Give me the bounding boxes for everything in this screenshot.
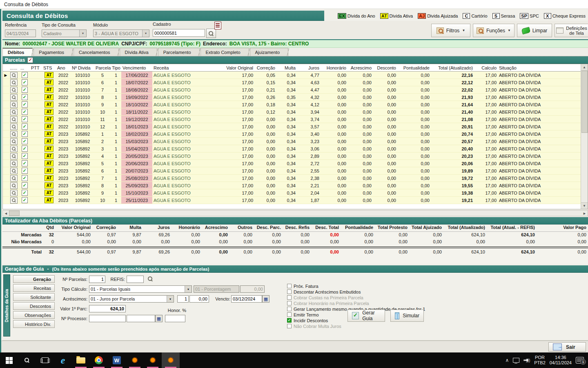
table-row[interactable]: ✓AT20231058926120/07/2023AGUA E ESGOTO17… bbox=[3, 167, 588, 175]
row-checkbox[interactable]: ✓ bbox=[22, 131, 28, 137]
guia-button-gera-o[interactable]: Geração bbox=[13, 275, 55, 283]
filtros-button[interactable]: Filtros ▼ bbox=[431, 24, 470, 37]
acrescimos-valor-input[interactable] bbox=[189, 295, 209, 303]
table-row[interactable]: ✓AT20221010106118/07/2022AGUA E ESGOTO17… bbox=[3, 79, 588, 86]
n-processo-data-input[interactable] bbox=[127, 315, 155, 322]
honor-input[interactable] bbox=[165, 315, 185, 322]
row-checkbox[interactable]: ✓ bbox=[22, 87, 28, 93]
word-icon[interactable]: W bbox=[108, 352, 126, 368]
grid-header-cell[interactable]: PTT bbox=[30, 64, 42, 71]
table-row[interactable]: ✓AT20231058927125/08/2023AGUA E ESGOTO17… bbox=[3, 175, 588, 182]
table-row[interactable]: ▶✓AT20221010105117/06/2022AGUA E ESGOTO1… bbox=[3, 72, 588, 79]
row-magnifier-button[interactable] bbox=[10, 182, 18, 189]
n-processo-input[interactable] bbox=[89, 315, 126, 322]
tab-cancelamentos[interactable]: Cancelamentos bbox=[74, 48, 118, 56]
sair-button[interactable]: Sair bbox=[548, 342, 586, 352]
grid-header-cell[interactable]: Tipo bbox=[111, 64, 121, 71]
grid-header-cell[interactable]: Correção bbox=[254, 64, 276, 71]
tipo-calculo-select[interactable]: 01 - Parcelas Iguais▾ bbox=[89, 285, 192, 293]
horizontal-scrollbar[interactable]: ◄ ► bbox=[2, 210, 588, 216]
chrome-icon[interactable] bbox=[90, 352, 108, 368]
table-row[interactable]: ✓AT202210101011119/12/2022AGUA E ESGOTO1… bbox=[3, 116, 588, 123]
n-parcelas-input[interactable] bbox=[89, 276, 105, 283]
guia-option-checkbox[interactable] bbox=[287, 307, 292, 311]
tipo-consulta-select[interactable]: Cadastro ▾ bbox=[42, 29, 87, 37]
row-checkbox[interactable]: ✓ bbox=[22, 94, 28, 100]
table-row[interactable]: ✓AT20231058928125/09/2023AGUA E ESGOTO17… bbox=[3, 182, 588, 189]
scroll-up-arrow[interactable]: ▲ bbox=[581, 64, 588, 71]
ie-icon[interactable]: e bbox=[54, 352, 72, 368]
row-magnifier-button[interactable] bbox=[10, 138, 18, 145]
tab-d-vida-ativa[interactable]: Dívida Ativa bbox=[120, 48, 157, 56]
row-checkbox[interactable]: ✓ bbox=[22, 153, 28, 159]
guia-option-checkbox[interactable]: ✓ bbox=[287, 318, 292, 323]
valor-1-parc-input[interactable] bbox=[89, 305, 126, 312]
grid-header-cell[interactable]: Pontualidade bbox=[397, 64, 431, 71]
row-checkbox[interactable]: ✓ bbox=[22, 160, 28, 166]
row-magnifier-button[interactable] bbox=[10, 131, 18, 137]
table-row[interactable]: ✓AT20231058923115/04/2023AGUA E ESGOTO17… bbox=[3, 145, 588, 153]
row-checkbox[interactable]: ✓ bbox=[22, 175, 28, 181]
row-magnifier-button[interactable] bbox=[10, 123, 18, 130]
vertical-scrollbar[interactable]: ▲ ▼ bbox=[581, 64, 588, 209]
grid-header-cell[interactable]: Valor Original bbox=[214, 64, 254, 71]
grid-header-cell[interactable]: Desconto bbox=[373, 64, 397, 71]
referencia-field[interactable]: 04/11/2024 bbox=[5, 29, 36, 37]
tab-parcelamento[interactable]: Parcelamento bbox=[158, 48, 200, 56]
grid-header-cell[interactable]: Receita bbox=[152, 64, 214, 71]
chevron-down-icon[interactable]: ▾ bbox=[167, 296, 174, 302]
table-row[interactable]: ✓AT202210101012118/01/2023AGUA E ESGOTO1… bbox=[3, 123, 588, 130]
file-explorer-icon[interactable] bbox=[72, 352, 90, 368]
table-row[interactable]: ✓AT20231058929115/10/2023AGUA E ESGOTO17… bbox=[3, 189, 588, 197]
guia-button-descontos[interactable]: Descontos bbox=[13, 302, 55, 310]
chevron-down-icon[interactable]: ▾ bbox=[142, 30, 149, 37]
clock[interactable]: 14:36 04/11/2024 bbox=[550, 355, 572, 366]
table-row[interactable]: ✓AT20221010107118/08/2022AGUA E ESGOTO17… bbox=[3, 86, 588, 94]
scroll-down-arrow[interactable]: ▼ bbox=[581, 202, 588, 209]
guia-button-solicitante[interactable]: Solicitante bbox=[13, 293, 55, 301]
guia-button-receitas[interactable]: Receitas bbox=[13, 284, 55, 292]
grid-header-cell[interactable]: Vencimento bbox=[121, 64, 152, 71]
vertical-scroll-thumb[interactable] bbox=[581, 71, 588, 133]
grid-header-cell[interactable]: Honorário bbox=[321, 64, 347, 71]
vencto-input[interactable] bbox=[231, 295, 262, 303]
row-magnifier-button[interactable] bbox=[10, 94, 18, 101]
cadastro-input[interactable]: 000000581 bbox=[153, 29, 205, 37]
chevron-up-icon[interactable]: ∧ bbox=[505, 357, 509, 363]
language-indicator[interactable]: POR PTB2 bbox=[534, 355, 546, 366]
network-icon[interactable] bbox=[513, 358, 519, 363]
table-row[interactable]: ✓AT20231058921118/02/2023AGUA E ESGOTO17… bbox=[3, 130, 588, 138]
row-checkbox[interactable]: ✓ bbox=[22, 72, 28, 78]
cadastro-search-button[interactable] bbox=[206, 29, 216, 38]
row-magnifier-button[interactable] bbox=[10, 160, 18, 167]
row-checkbox[interactable]: ✓ bbox=[22, 138, 28, 144]
grid-header-cell[interactable]: Ano bbox=[56, 64, 71, 71]
scroll-left-arrow[interactable]: ◄ bbox=[3, 211, 9, 215]
guia-option-checkbox[interactable] bbox=[287, 284, 292, 288]
cadastro-list-icon[interactable] bbox=[214, 22, 221, 29]
tab-extrato-completo[interactable]: Extrato Completo bbox=[200, 48, 249, 56]
refis-search-icon[interactable] bbox=[148, 276, 153, 281]
table-row[interactable]: ✓AT20221010108119/09/2022AGUA E ESGOTO17… bbox=[3, 94, 588, 101]
scroll-right-arrow[interactable]: ► bbox=[581, 211, 588, 215]
guia-button-hist-rico-div-[interactable]: Histórico Div. bbox=[13, 320, 55, 328]
tab-ajuizamento[interactable]: Ajuizamento bbox=[250, 48, 289, 56]
row-checkbox[interactable]: ✓ bbox=[22, 146, 28, 152]
row-checkbox[interactable]: ✓ bbox=[22, 182, 28, 188]
row-checkbox[interactable]: ✓ bbox=[22, 79, 28, 85]
grid-header-cell[interactable]: Total (Atualizado) bbox=[431, 64, 474, 71]
guia-option-checkbox[interactable] bbox=[287, 289, 292, 294]
app-icon-1[interactable]: ✹ bbox=[126, 352, 144, 368]
app-icon-3[interactable]: ✹ bbox=[162, 352, 180, 368]
definicoes-tela-button[interactable]: Definições de Tela bbox=[555, 24, 588, 37]
grid-header-cell[interactable]: Acrescimo bbox=[347, 64, 373, 71]
row-magnifier-button[interactable] bbox=[10, 116, 18, 123]
grid-header-cell[interactable]: ... bbox=[19, 64, 30, 71]
parcelas-checkbox[interactable]: ✓ bbox=[27, 57, 33, 63]
row-magnifier-button[interactable] bbox=[10, 168, 18, 174]
table-row[interactable]: ✓AT20231058924120/05/2023AGUA E ESGOTO17… bbox=[3, 153, 588, 160]
refis-input[interactable] bbox=[127, 276, 144, 283]
speaker-icon[interactable]: ))) bbox=[523, 358, 530, 363]
guia-option-checkbox[interactable] bbox=[287, 312, 292, 317]
tab-pagamentos[interactable]: Pagamentos bbox=[33, 48, 73, 56]
